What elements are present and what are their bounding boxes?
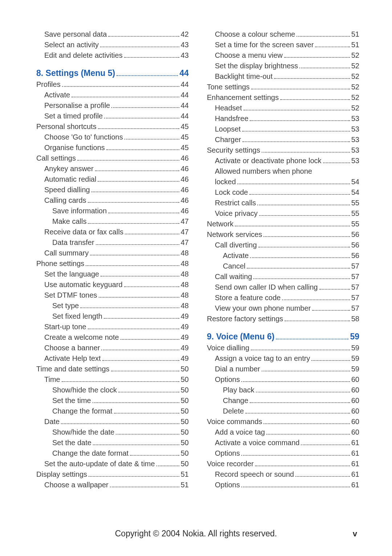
- toc-entry[interactable]: Choose a banner49: [36, 343, 189, 353]
- toc-entry[interactable]: Change60: [207, 395, 359, 406]
- toc-entry[interactable]: Organise functions45: [36, 142, 189, 153]
- toc-entry[interactable]: Set the display brightness52: [207, 61, 359, 71]
- toc-entry[interactable]: Dial a number59: [207, 364, 359, 374]
- toc-dots: [61, 423, 179, 424]
- toc-entry[interactable]: Set the auto-update of date & time50: [36, 459, 189, 469]
- toc-entry[interactable]: Time and date settings50: [36, 364, 189, 374]
- toc-entry[interactable]: Save information46: [36, 206, 189, 216]
- toc-entry[interactable]: Show/hide the clock50: [36, 385, 189, 395]
- toc-entry-page: 56: [351, 240, 359, 250]
- toc-entry-text: Set type: [52, 301, 79, 311]
- toc-heading[interactable]: 9. Voice (Menu 6)59: [207, 331, 359, 343]
- toc-entry-text: 9. Voice (Menu 6): [207, 331, 274, 343]
- toc-entry[interactable]: Anykey answer46: [36, 164, 189, 174]
- toc-entry[interactable]: Set a timed profile44: [36, 111, 189, 121]
- toc-entry[interactable]: Show/hide the date50: [36, 427, 189, 438]
- toc-entry[interactable]: Change the format50: [36, 406, 189, 416]
- toc-entry[interactable]: Call settings46: [36, 153, 189, 164]
- toc-entry[interactable]: Personal shortcuts45: [36, 121, 189, 132]
- toc-entry[interactable]: Display settings51: [36, 469, 189, 480]
- toc-entry[interactable]: Lock code54: [207, 187, 359, 198]
- toc-entry[interactable]: Play back60: [207, 385, 359, 395]
- toc-entry[interactable]: Network55: [207, 219, 359, 229]
- toc-entry-page: 52: [351, 103, 359, 113]
- toc-entry[interactable]: Headset52: [207, 103, 359, 113]
- toc-entry[interactable]: Profiles44: [36, 79, 189, 90]
- toc-dots: [125, 234, 179, 234]
- toc-entry[interactable]: Security settings53: [207, 145, 359, 156]
- toc-entry[interactable]: Store a feature code57: [207, 293, 359, 303]
- toc-entry[interactable]: Voice dialling59: [207, 343, 359, 353]
- toc-entry[interactable]: Receive data or fax calls47: [36, 227, 189, 237]
- toc-entry-page: 47: [181, 216, 189, 227]
- toc-entry[interactable]: Start-up tone49: [36, 322, 189, 332]
- toc-entry[interactable]: Add a voice tag60: [207, 427, 359, 438]
- toc-entry[interactable]: Activate44: [36, 90, 189, 100]
- toc-dots: [284, 57, 350, 58]
- toc-entry[interactable]: Tone settings52: [207, 82, 359, 92]
- toc-entry[interactable]: Use automatic keyguard48: [36, 279, 189, 290]
- toc-entry[interactable]: Set type48: [36, 301, 189, 311]
- toc-entry[interactable]: Date50: [36, 416, 189, 427]
- toc-entry[interactable]: Voice privacy55: [207, 208, 359, 219]
- toc-entry[interactable]: Loopset53: [207, 124, 359, 134]
- toc-entry[interactable]: Restore factory settings58: [207, 314, 359, 324]
- toc-dots: [297, 36, 350, 37]
- toc-entry[interactable]: Restrict calls55: [207, 198, 359, 208]
- toc-entry[interactable]: locked54: [207, 177, 359, 187]
- toc-entry[interactable]: Call summary48: [36, 248, 189, 258]
- toc-entry[interactable]: Calling cards46: [36, 195, 189, 206]
- toc-dots: [235, 226, 350, 226]
- toc-entry[interactable]: View your own phone number57: [207, 303, 359, 314]
- toc-entry[interactable]: Time50: [36, 374, 189, 385]
- toc-entry[interactable]: Create a welcome note49: [36, 332, 189, 343]
- toc-entry[interactable]: Delete60: [207, 406, 359, 416]
- toc-entry[interactable]: Choose 'Go to' functions45: [36, 132, 189, 142]
- toc-entry[interactable]: Network services56: [207, 229, 359, 240]
- toc-entry[interactable]: Activate a voice command61: [207, 438, 359, 448]
- toc-entry[interactable]: Change the date format50: [36, 448, 189, 459]
- toc-entry[interactable]: Set the language48: [36, 269, 189, 279]
- toc-entry[interactable]: Set DTMF tones48: [36, 290, 189, 301]
- toc-entry[interactable]: Assign a voice tag to an entry59: [207, 353, 359, 364]
- toc-entry[interactable]: Set the date50: [36, 438, 189, 448]
- toc-entry[interactable]: Activate or deactivate phone lock53: [207, 156, 359, 166]
- toc-entry[interactable]: Edit and delete activities43: [36, 50, 189, 61]
- toc-heading[interactable]: 8. Settings (Menu 5) 44: [36, 67, 189, 79]
- toc-dots: [91, 192, 179, 192]
- toc-entry[interactable]: Make calls47: [36, 216, 189, 227]
- toc-entry[interactable]: Choose a menu view52: [207, 50, 359, 61]
- toc-entry[interactable]: Phone settings48: [36, 258, 189, 269]
- toc-entry[interactable]: Handsfree53: [207, 113, 359, 124]
- toc-entry[interactable]: Charger53: [207, 134, 359, 145]
- toc-entry[interactable]: Activate56: [207, 250, 359, 261]
- toc-entry[interactable]: Cancel57: [207, 261, 359, 271]
- toc-entry[interactable]: Save personal data42: [36, 29, 189, 40]
- toc-entry[interactable]: Choose a wallpaper51: [36, 480, 189, 490]
- toc-entry[interactable]: Voice recorder61: [207, 459, 359, 469]
- toc-entry[interactable]: Set a time for the screen saver51: [207, 40, 359, 50]
- toc-entry-page: 49: [181, 311, 189, 322]
- toc-entry[interactable]: Options60: [207, 374, 359, 385]
- toc-entry[interactable]: Automatic redial46: [36, 174, 189, 185]
- toc-entry[interactable]: Call diverting56: [207, 240, 359, 250]
- toc-entry[interactable]: Backlight time-out52: [207, 71, 359, 82]
- toc-entry[interactable]: Send own caller ID when calling57: [207, 282, 359, 293]
- toc-entry[interactable]: Set the time50: [36, 395, 189, 406]
- toc-entry[interactable]: Select an activity43: [36, 40, 189, 50]
- toc-entry-text: Anykey answer: [44, 164, 94, 174]
- toc-entry[interactable]: Call waiting57: [207, 271, 359, 282]
- toc-entry[interactable]: Choose a colour scheme51: [207, 29, 359, 40]
- toc-entry[interactable]: Options61: [207, 448, 359, 459]
- toc-entry[interactable]: Speed dialling46: [36, 185, 189, 195]
- toc-entry-page: 55: [351, 219, 359, 229]
- toc-entry[interactable]: Voice commands60: [207, 416, 359, 427]
- toc-entry[interactable]: Enhancement settings52: [207, 92, 359, 103]
- toc-entry[interactable]: Options61: [207, 480, 359, 490]
- toc-entry[interactable]: Set fixed length49: [36, 311, 189, 322]
- toc-entry[interactable]: Record speech or sound61: [207, 469, 359, 480]
- toc-entry[interactable]: Activate Help text49: [36, 353, 189, 364]
- toc-entry[interactable]: Personalise a profile44: [36, 100, 189, 111]
- toc-entry-text: Save personal data: [44, 29, 107, 40]
- toc-entry[interactable]: Data transfer47: [36, 237, 189, 248]
